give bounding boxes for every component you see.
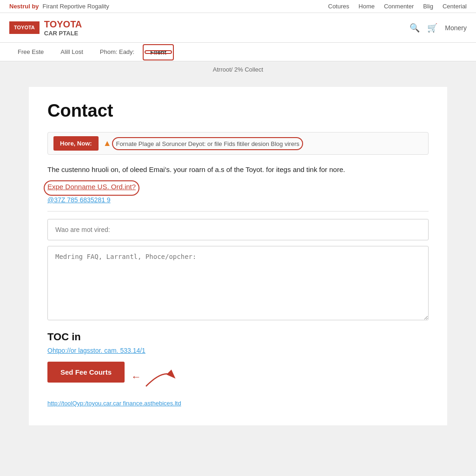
top-bar: Nestrul by Firant Reportive Rogality Cot…	[0, 0, 476, 13]
curved-arrow-annotation	[141, 363, 178, 391]
nav-free-este[interactable]: Free Este	[9, 43, 52, 61]
arrow-annotation-icon: ←	[131, 371, 141, 383]
logo-subtitle: CAR PTALE	[44, 30, 82, 37]
contact-phone[interactable]: @37Z 785 6835281 9	[47, 196, 429, 204]
contact-link[interactable]: Expe Donname US. Ord.int?	[47, 183, 136, 191]
nav-home[interactable]: Home	[358, 3, 375, 10]
bottom-link[interactable]: http://toolQyp:/toyou.car.car finance.as…	[47, 400, 181, 407]
logo-text-area: TOYOTA CAR PTALE	[44, 19, 82, 37]
name-input[interactable]	[47, 219, 429, 240]
message-textarea[interactable]	[47, 246, 429, 320]
description-text: The custenno hruoli on, of oleed Emai's.…	[47, 164, 429, 175]
nav-phom-eady[interactable]: Phom: Eady:	[92, 43, 143, 61]
search-placeholder-text: Fornate Plage al Soruncer Deyot: or file…	[116, 140, 299, 147]
hore-button[interactable]: Hore, Now:	[53, 136, 99, 151]
nav-centerial[interactable]: Centerial	[443, 3, 467, 10]
up-arrow-icon: ▲	[103, 139, 112, 148]
logo-abbr: TOYOTA	[14, 24, 35, 31]
toyota-logo-box: TOYOTA	[9, 21, 40, 33]
nav-blig[interactable]: Blig	[423, 3, 433, 10]
search-button[interactable]: 🔍	[410, 23, 420, 33]
logo-title: TOYOTA	[44, 19, 82, 30]
top-bar-left: Nestrul by Firant Reportive Rogality	[9, 3, 109, 10]
logo-area: TOYOTA TOYOTA CAR PTALE	[9, 19, 82, 37]
nav-conmenter[interactable]: Conmenter	[384, 3, 414, 10]
nav-cotures[interactable]: Cotures	[328, 3, 350, 10]
sub-label: Firant Reportive Rogality	[43, 3, 109, 10]
toc-link[interactable]: Ohtpo://or lagsstor. cam. 533.14/1	[47, 347, 429, 354]
breadcrumb: Atrroot/ 2% Collect	[0, 61, 476, 78]
search-bar: Hore, Now: ▲ Fornate Plage al Soruncer D…	[47, 132, 429, 155]
header: TOYOTA TOYOTA CAR PTALE 🔍 🛒 Monery	[0, 13, 476, 43]
top-bar-right: Cotures Home Conmenter Blig Centerial	[328, 3, 467, 10]
contact-link-wrapper: Expe Donname US. Ord.int?	[47, 183, 136, 193]
search-oval: Fornate Plage al Soruncer Deyot: or file…	[116, 140, 299, 147]
main-nav: Free Este Alill Lost Phom: Eady: Flient	[0, 43, 476, 61]
nav-alill-lost[interactable]: Alill Lost	[52, 43, 91, 61]
page-title: Contact	[47, 101, 429, 121]
cart-button[interactable]: 🛒	[427, 23, 437, 33]
brand-label: Nestrul by	[9, 3, 39, 10]
header-right: 🔍 🛒 Monery	[410, 23, 467, 33]
divider	[47, 211, 429, 212]
toc-title: TOC in	[47, 331, 429, 343]
nav-flient-wrapper: Flient	[143, 48, 174, 56]
breadcrumb-text: Atrroot/ 2% Collect	[213, 66, 263, 73]
submit-button[interactable]: Sed Fee Courts	[47, 362, 125, 383]
monery-label: Monery	[445, 24, 467, 32]
main-content: Contact Hore, Now: ▲ Fornate Plage al So…	[29, 87, 447, 425]
submit-row: Sed Fee Courts ←	[47, 362, 429, 392]
nav-flient[interactable]: Flient	[143, 44, 174, 60]
